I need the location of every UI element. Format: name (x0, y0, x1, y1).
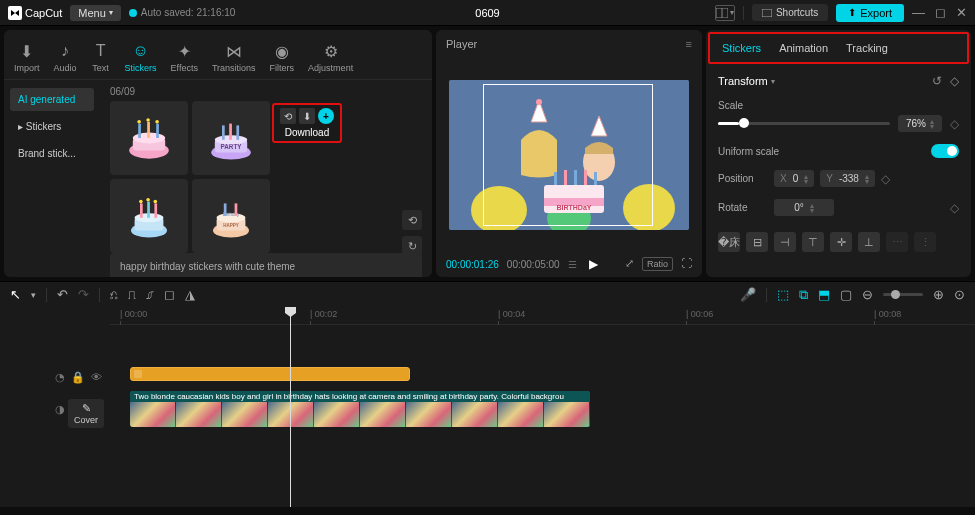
zoom-fit-icon[interactable]: ⊙ (954, 287, 965, 302)
prompt-input[interactable]: happy birthday stickers with cute theme (110, 253, 422, 277)
sticker-thumb-2[interactable]: PARTY ⟲ ⬇ + Download (192, 101, 270, 175)
align-center-v-icon[interactable]: ✛ (830, 232, 852, 252)
align-top-icon[interactable]: ⊤ (802, 232, 824, 252)
sticker-thumb-1[interactable] (110, 101, 188, 175)
zoom-out-icon[interactable]: ⊖ (862, 287, 873, 302)
play-button[interactable]: ▶ (589, 257, 598, 271)
split-icon[interactable]: ⎌ (110, 287, 118, 302)
total-time: 00:00:05:00 (507, 259, 560, 270)
sticker-clip[interactable] (130, 367, 410, 381)
layout-icon[interactable]: ▾ (715, 5, 735, 21)
cover-button[interactable]: ✎Cover (68, 399, 104, 428)
player-panel: Player ≡ (436, 30, 702, 277)
rotate-keyframe-icon[interactable]: ◇ (950, 201, 959, 215)
magnet-link-icon[interactable]: ⧉ (799, 287, 808, 303)
svg-rect-24 (147, 202, 150, 218)
zoom-in-icon[interactable]: ⊕ (933, 287, 944, 302)
video-clip[interactable]: Two blonde caucasian kids boy and girl i… (130, 391, 590, 427)
playhead[interactable] (290, 307, 291, 507)
position-x-input[interactable]: X0▴▾ (774, 170, 814, 187)
export-button[interactable]: ⬆Export (836, 4, 904, 22)
zoom-slider[interactable] (883, 293, 923, 296)
close-icon[interactable]: ✕ (956, 5, 967, 20)
sticker-thumb-3[interactable] (110, 179, 188, 253)
timeline-toolbar: ↖ ▾ ↶ ↷ ⎌ ⎍ ⎎ ◻ ◮ 🎤 ⬚ ⧉ ⬒ ▢ ⊖ ⊕ ⊙ (0, 281, 975, 307)
selection-box[interactable] (483, 84, 653, 226)
uniform-scale-toggle[interactable] (931, 144, 959, 158)
timeline[interactable]: | 00:00| 00:02| 00:04| 00:06| 00:08 ◔🔒👁 … (0, 307, 975, 507)
magnet-main-icon[interactable]: ⬚ (777, 287, 789, 302)
track-clock-icon[interactable]: ◔ (55, 371, 65, 384)
shortcuts-button[interactable]: Shortcuts (752, 4, 828, 21)
select-tool-icon[interactable]: ↖ (10, 287, 21, 302)
svg-point-11 (146, 118, 150, 122)
sidebar-item-2[interactable]: Brand stick... (10, 142, 94, 165)
regenerate-icon[interactable]: ⟲ (280, 108, 296, 124)
right-tab-stickers[interactable]: Stickers (722, 42, 761, 54)
align-bottom-icon[interactable]: ⊥ (858, 232, 880, 252)
video-track: ◑🔒👁 ✎Cover Two blonde caucasian kids boy… (0, 391, 975, 427)
track-lock-icon[interactable]: 🔒 (71, 371, 85, 384)
media-panel: ⬇Import♪AudioTText☺Stickers✦Effects⋈Tran… (4, 30, 432, 277)
split-left-icon[interactable]: ⎍ (128, 287, 136, 302)
svg-point-12 (155, 120, 159, 124)
scale-keyframe-icon[interactable]: ◇ (950, 117, 959, 131)
media-tab-audio[interactable]: ♪Audio (54, 41, 77, 79)
align-extra-2-icon[interactable]: ⋮ (914, 232, 936, 252)
download-popover: ⟲ ⬇ + Download (272, 103, 342, 143)
redo-icon[interactable]: ↷ (78, 287, 89, 302)
reset-icon[interactable]: ↺ (932, 74, 942, 88)
position-keyframe-icon[interactable]: ◇ (881, 172, 890, 186)
player-menu-icon[interactable]: ≡ (686, 38, 692, 50)
ratio-button[interactable]: Ratio (642, 257, 673, 271)
player-title: Player (446, 38, 477, 50)
mirror-icon[interactable]: ◮ (185, 287, 195, 302)
svg-point-10 (137, 120, 141, 124)
crop-icon[interactable]: ◻ (164, 287, 175, 302)
align-left-icon[interactable]: �床 (718, 232, 740, 252)
sidebar-item-1[interactable]: ▸ Stickers (10, 115, 94, 138)
media-tab-import[interactable]: ⬇Import (14, 41, 40, 79)
download-icon[interactable]: ⬇ (299, 108, 315, 124)
track-eye-icon[interactable]: 👁 (91, 371, 102, 383)
tool-dropdown-icon[interactable]: ▾ (31, 290, 36, 300)
maximize-icon[interactable]: ◻ (935, 5, 946, 20)
magnet-snap-icon[interactable]: ⬒ (818, 287, 830, 302)
align-center-h-icon[interactable]: ⊟ (746, 232, 768, 252)
keyframe-icon[interactable]: ◇ (950, 74, 959, 88)
menu-button[interactable]: Menu▾ (70, 5, 121, 21)
svg-rect-7 (138, 124, 141, 138)
right-tab-tracking[interactable]: Tracking (846, 42, 888, 54)
preview-icon[interactable]: ▢ (840, 287, 852, 302)
sidebar-item-0[interactable]: AI generated (10, 88, 94, 111)
media-tab-filters[interactable]: ◉Filters (270, 41, 295, 79)
position-y-input[interactable]: Y-338▴▾ (820, 170, 875, 187)
media-tab-transitions[interactable]: ⋈Transitions (212, 41, 256, 79)
media-tab-adjustment[interactable]: ⚙Adjustment (308, 41, 353, 79)
regenerate-all-icon[interactable]: ⟲ (402, 210, 422, 230)
sticker-thumb-4[interactable]: HAPPYBirthday (192, 179, 270, 253)
undo-icon[interactable]: ↶ (57, 287, 68, 302)
track-mute-icon[interactable]: ◑ (55, 403, 65, 416)
minimize-icon[interactable]: — (912, 5, 925, 20)
split-right-icon[interactable]: ⎎ (146, 287, 154, 302)
scale-value[interactable]: 76%▴▾ (898, 115, 942, 132)
mic-icon[interactable]: 🎤 (740, 287, 756, 302)
transform-section[interactable]: Transform ▾ (718, 75, 775, 87)
align-right-icon[interactable]: ⊣ (774, 232, 796, 252)
scale-icon[interactable]: ⤢ (625, 257, 634, 271)
svg-rect-17 (222, 125, 225, 139)
refresh-icon[interactable]: ↻ (402, 236, 422, 256)
properties-panel: StickersAnimationTracking Transform ▾ ↺ … (706, 30, 971, 277)
fullscreen-icon[interactable]: ⛶ (681, 257, 692, 271)
media-tab-effects[interactable]: ✦Effects (171, 41, 198, 79)
media-tab-text[interactable]: TText (91, 41, 111, 79)
rotate-input[interactable]: 0°▴▾ (774, 199, 834, 216)
scale-slider[interactable] (718, 122, 890, 125)
align-extra-1-icon[interactable]: ⋯ (886, 232, 908, 252)
video-preview[interactable]: BIRTHDaY (449, 80, 689, 230)
right-tab-animation[interactable]: Animation (779, 42, 828, 54)
media-tab-stickers[interactable]: ☺Stickers (125, 41, 157, 79)
add-sticker-icon[interactable]: + (318, 108, 334, 124)
list-icon[interactable]: ☰ (568, 259, 577, 270)
